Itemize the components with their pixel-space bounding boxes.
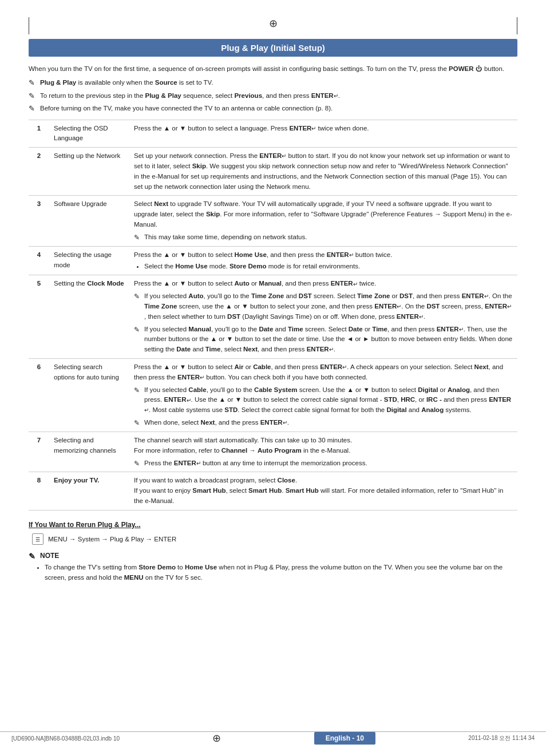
list-item: Select the Home Use mode. Store Demo mod… — [144, 262, 513, 272]
step-title-3: Software Upgrade — [49, 196, 129, 246]
intro-line-1: When you turn the TV on for the first ti… — [29, 64, 517, 74]
table-row: 1 Selecting the OSD Language Press the ▲… — [29, 120, 517, 148]
list-item: To change the TV's setting from Store De… — [45, 562, 517, 583]
step-content-7: The channel search will start automatica… — [129, 432, 517, 472]
step-content-8: If you want to watch a broadcast program… — [129, 472, 517, 510]
compass-bottom-icon: ⊕ — [212, 732, 221, 745]
step-title-6: Selecting search options for auto tuning — [49, 359, 129, 432]
menu-path-text: MENU → System → Plug & Play → ENTER — [48, 536, 176, 543]
compass-top-icon: ⊕ — [269, 17, 278, 30]
step-title-7: Selecting and memorizing channels — [49, 432, 129, 472]
footer-right: 2011-02-18 오전 11:14 34 — [468, 734, 535, 742]
step-content-6: Press the ▲ or ▼ button to select Air or… — [129, 359, 517, 432]
steps-table: 1 Selecting the OSD Language Press the ▲… — [29, 120, 517, 510]
step-number-4: 4 — [29, 246, 49, 275]
step-title-8: Enjoy your TV. — [49, 472, 129, 510]
step-5-note-1: If you selected Auto, you'll go to the T… — [134, 291, 513, 322]
table-row: 8 Enjoy your TV. If you want to watch a … — [29, 472, 517, 510]
table-row: 3 Software Upgrade Select Next to upgrad… — [29, 196, 517, 246]
step-4-list: Select the Home Use mode. Store Demo mod… — [144, 262, 513, 272]
menu-icon: ☰ — [32, 533, 43, 545]
note-section: NOTE To change the TV's setting from Sto… — [29, 552, 517, 583]
step-number-6: 6 — [29, 359, 49, 432]
step-number-5: 5 — [29, 275, 49, 359]
step-number-1: 1 — [29, 120, 49, 148]
step-number-7: 7 — [29, 432, 49, 472]
footer: [UD6900-NA]BN68-03488B-02L03.indb 10 ⊕ E… — [0, 731, 546, 745]
rerun-section-title: If You Want to Rerun Plug & Play... — [29, 521, 517, 529]
note-body: To change the TV's setting from Store De… — [29, 562, 517, 583]
step-content-1: Press the ▲ or ▼ button to select a lang… — [129, 120, 517, 148]
table-row: 2 Setting up the Network Set up your net… — [29, 148, 517, 196]
table-row: 5 Setting the Clock Mode Press the ▲ or … — [29, 275, 517, 359]
footer-center: English - 10 — [314, 732, 375, 745]
page-outer: ⊕ Plug & Play (Initial Setup) When you t… — [0, 0, 546, 756]
step-content-2: Set up your network connection. Press th… — [129, 148, 517, 196]
border-line-right — [517, 17, 517, 34]
step-3-note: This may take some time, depending on ne… — [134, 232, 513, 243]
page-title: Plug & Play (Initial Setup) — [29, 39, 517, 57]
step-6-note-2: When done, select Next, and the press EN… — [134, 418, 513, 428]
top-border: ⊕ — [29, 17, 517, 35]
footer-left: [UD6900-NA]BN68-03488B-02L03.indb 10 — [11, 735, 120, 742]
step-number-8: 8 — [29, 472, 49, 510]
step-number-3: 3 — [29, 196, 49, 246]
step-title-5: Setting the Clock Mode — [49, 275, 129, 359]
note-list: To change the TV's setting from Store De… — [35, 562, 517, 583]
step-title-4: Selecting the usage mode — [49, 246, 129, 275]
border-line-left — [29, 17, 29, 34]
step-content-5: Press the ▲ or ▼ button to select Auto o… — [129, 275, 517, 359]
step-6-note-1: If you selected Cable, you'll go to the … — [134, 385, 513, 415]
step-content-4: Press the ▲ or ▼ button to select Home U… — [129, 246, 517, 275]
table-row: 6 Selecting search options for auto tuni… — [29, 359, 517, 432]
step-content-3: Select Next to upgrade TV software. Your… — [129, 196, 517, 246]
table-row: 4 Selecting the usage mode Press the ▲ o… — [29, 246, 517, 275]
step-title-2: Setting up the Network — [49, 148, 129, 196]
note-header: NOTE — [29, 552, 517, 560]
table-row: 7 Selecting and memorizing channels The … — [29, 432, 517, 472]
step-number-2: 2 — [29, 148, 49, 196]
note-line-2: To return to the previous step in the Pl… — [29, 90, 517, 101]
step-title-1: Selecting the OSD Language — [49, 120, 129, 148]
menu-path: ☰ MENU → System → Plug & Play → ENTER — [32, 533, 517, 545]
step-5-note-2: If you selected Manual, you'll go to the… — [134, 324, 513, 355]
step-7-note: Press the ENTER↵ button at any time to i… — [134, 458, 513, 469]
note-line-3: Before turning on the TV, make you have … — [29, 103, 517, 113]
note-line-1: Plug & Play is available only when the S… — [29, 77, 517, 88]
